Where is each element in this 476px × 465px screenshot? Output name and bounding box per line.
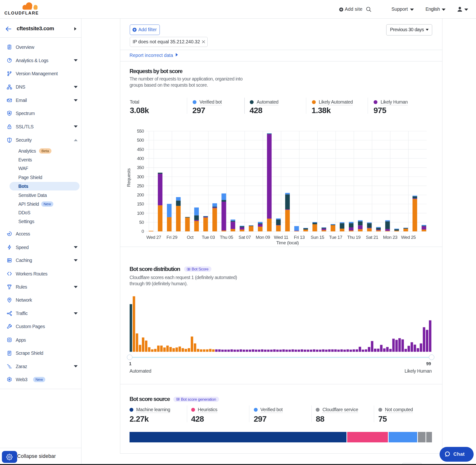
svg-text:300: 300 <box>137 174 144 179</box>
svg-text:Thu 05: Thu 05 <box>220 235 233 240</box>
svg-text:0: 0 <box>141 229 144 234</box>
svg-text:400: 400 <box>137 156 144 161</box>
svg-text:450: 450 <box>137 147 144 152</box>
svg-text:200: 200 <box>137 192 144 197</box>
svg-text:Oct: Oct <box>187 235 194 240</box>
svg-text:550: 550 <box>137 128 144 134</box>
svg-text:500: 500 <box>137 137 144 143</box>
svg-text:Fri 13: Fri 13 <box>294 235 305 240</box>
svg-text:Sat 21: Sat 21 <box>366 235 378 240</box>
svg-text:Wed 25: Wed 25 <box>401 235 416 240</box>
svg-text:Time (local): Time (local) <box>276 240 299 245</box>
svg-text:Mon 09: Mon 09 <box>256 235 270 240</box>
svg-text:150: 150 <box>137 201 144 206</box>
svg-text:CLOUDFLARE: CLOUDFLARE <box>5 11 39 15</box>
svg-text:100: 100 <box>137 211 144 216</box>
svg-text:Thu 19: Thu 19 <box>347 235 360 240</box>
svg-text:350: 350 <box>137 165 144 170</box>
svg-text:Sun 15: Sun 15 <box>311 235 324 240</box>
svg-text:50: 50 <box>139 220 144 225</box>
svg-text:Tue 17: Tue 17 <box>329 235 342 240</box>
svg-text:Requests: Requests <box>126 168 131 187</box>
svg-text:Mon 23: Mon 23 <box>383 235 397 240</box>
svg-text:Wed 11: Wed 11 <box>274 235 288 240</box>
svg-text:Fri 29: Fri 29 <box>167 235 177 240</box>
svg-text:Wed 27: Wed 27 <box>147 235 161 240</box>
svg-text:Tue 03: Tue 03 <box>202 235 215 240</box>
svg-text:250: 250 <box>137 183 144 188</box>
svg-text:Sat 07: Sat 07 <box>239 235 251 240</box>
